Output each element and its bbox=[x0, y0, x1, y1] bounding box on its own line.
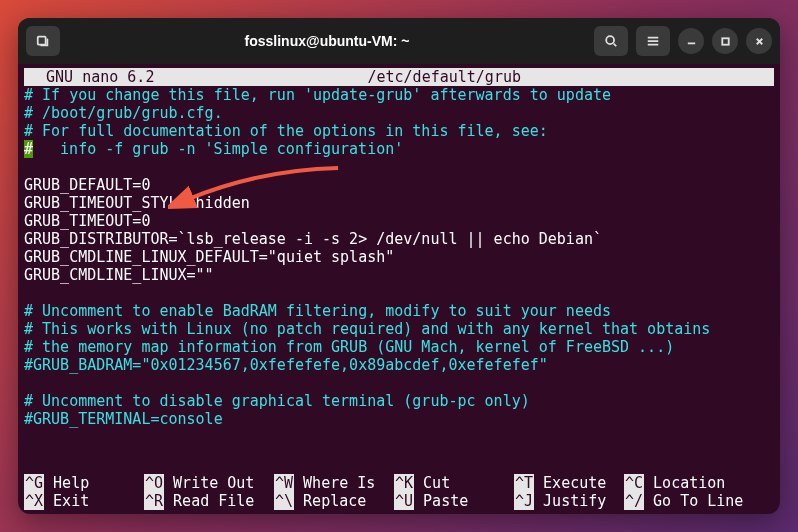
shortcut-label: Execute bbox=[534, 474, 606, 492]
editor-line: # If you change this file, run 'update-g… bbox=[24, 86, 774, 104]
shortcut-item: ^C Location bbox=[624, 474, 774, 492]
hamburger-icon bbox=[646, 34, 660, 48]
shortcut-item: ^/ Go To Line bbox=[624, 492, 774, 510]
shortcut-key: ^O bbox=[144, 474, 164, 492]
editor-line: GRUB_TIMEOUT=0 bbox=[24, 212, 774, 230]
editor-line: # For full documentation of the options … bbox=[24, 122, 774, 140]
maximize-icon bbox=[720, 36, 731, 47]
shortcut-label: Location bbox=[644, 474, 725, 492]
window-titlebar: fosslinux@ubuntu-VM: ~ bbox=[18, 18, 780, 64]
nano-titlebar: GNU nano 6.2 /etc/default/grub bbox=[24, 68, 774, 86]
new-tab-icon bbox=[36, 34, 50, 48]
shortcut-key: ^T bbox=[514, 474, 534, 492]
hamburger-menu-button[interactable] bbox=[636, 26, 670, 56]
shortcut-label: Where Is bbox=[294, 474, 375, 492]
shortcut-key: ^K bbox=[394, 474, 414, 492]
shortcut-key: ^R bbox=[144, 492, 164, 510]
shortcut-key: ^U bbox=[394, 492, 414, 510]
minimize-icon bbox=[686, 36, 697, 47]
shortcut-item: ^G Help bbox=[24, 474, 144, 492]
editor-line: GRUB_DEFAULT=0 bbox=[24, 176, 774, 194]
nano-file-path: /etc/default/grub bbox=[154, 68, 734, 86]
close-icon bbox=[754, 36, 765, 47]
shortcut-item: ^R Read File bbox=[144, 492, 274, 510]
shortcut-label: Replace bbox=[294, 492, 366, 510]
terminal-window: fosslinux@ubuntu-VM: ~ GNU nano 6.2 /etc… bbox=[18, 18, 780, 514]
editor-line: #GRUB_TERMINAL=console bbox=[24, 410, 774, 428]
shortcut-key: ^\ bbox=[274, 492, 294, 510]
shortcut-label: Write Out bbox=[164, 474, 254, 492]
editor-line bbox=[24, 158, 774, 176]
editor-line: GRUB_CMDLINE_LINUX="" bbox=[24, 266, 774, 284]
search-icon bbox=[604, 34, 618, 48]
text-cursor: # bbox=[24, 140, 33, 158]
shortcut-item: ^W Where Is bbox=[274, 474, 394, 492]
editor-line: GRUB_TIMEOUT_STYLE=hidden bbox=[24, 194, 774, 212]
shortcut-item: ^U Paste bbox=[394, 492, 514, 510]
new-tab-button[interactable] bbox=[26, 26, 60, 56]
minimize-button[interactable] bbox=[678, 28, 704, 54]
shortcut-key: ^G bbox=[24, 474, 44, 492]
nano-shortcut-bar: ^G Help^O Write Out^W Where Is^K Cut^T E… bbox=[24, 474, 774, 510]
shortcut-item: ^O Write Out bbox=[144, 474, 274, 492]
editor-line: # Uncomment to enable BadRAM filtering, … bbox=[24, 302, 774, 320]
shortcut-item: ^X Exit bbox=[24, 492, 144, 510]
window-title: fosslinux@ubuntu-VM: ~ bbox=[68, 33, 586, 49]
editor-line: # Uncomment to disable graphical termina… bbox=[24, 392, 774, 410]
shortcut-row-2: ^X Exit^R Read File^\ Replace^U Paste^J … bbox=[24, 492, 774, 510]
shortcut-label: Go To Line bbox=[644, 492, 743, 510]
shortcut-item: ^J Justify bbox=[514, 492, 624, 510]
editor-line: GRUB_DISTRIBUTOR=`lsb_release -i -s 2> /… bbox=[24, 230, 774, 248]
maximize-button[interactable] bbox=[712, 28, 738, 54]
terminal-body[interactable]: GNU nano 6.2 /etc/default/grub # If you … bbox=[18, 64, 780, 514]
shortcut-key: ^/ bbox=[624, 492, 644, 510]
editor-line bbox=[24, 374, 774, 392]
shortcut-label: Exit bbox=[44, 492, 89, 510]
shortcut-label: Paste bbox=[414, 492, 468, 510]
editor-line: # This works with Linux (no patch requir… bbox=[24, 320, 774, 338]
shortcut-label: Help bbox=[44, 474, 89, 492]
shortcut-item: ^K Cut bbox=[394, 474, 514, 492]
shortcut-label: Read File bbox=[164, 492, 254, 510]
shortcut-key: ^C bbox=[624, 474, 644, 492]
shortcut-key: ^X bbox=[24, 492, 44, 510]
svg-point-1 bbox=[606, 36, 614, 44]
svg-rect-2 bbox=[722, 38, 728, 44]
svg-rect-0 bbox=[38, 37, 46, 45]
editor-line: # info -f grub -n 'Simple configuration' bbox=[24, 140, 774, 158]
editor-line: GRUB_CMDLINE_LINUX_DEFAULT="quiet splash… bbox=[24, 248, 774, 266]
editor-line bbox=[24, 284, 774, 302]
shortcut-label: Cut bbox=[414, 474, 450, 492]
search-button[interactable] bbox=[594, 26, 628, 56]
shortcut-key: ^J bbox=[514, 492, 534, 510]
nano-app-label: GNU nano 6.2 bbox=[24, 68, 154, 86]
shortcut-label: Justify bbox=[534, 492, 606, 510]
editor-line: #GRUB_BADRAM="0x01234567,0xfefefefe,0x89… bbox=[24, 356, 774, 374]
editor-line: # the memory map information from GRUB (… bbox=[24, 338, 774, 356]
editor-content[interactable]: # If you change this file, run 'update-g… bbox=[18, 86, 780, 428]
editor-line: # /boot/grub/grub.cfg. bbox=[24, 104, 774, 122]
shortcut-item: ^T Execute bbox=[514, 474, 624, 492]
shortcut-key: ^W bbox=[274, 474, 294, 492]
shortcut-row-1: ^G Help^O Write Out^W Where Is^K Cut^T E… bbox=[24, 474, 774, 492]
close-button[interactable] bbox=[746, 28, 772, 54]
shortcut-item: ^\ Replace bbox=[274, 492, 394, 510]
